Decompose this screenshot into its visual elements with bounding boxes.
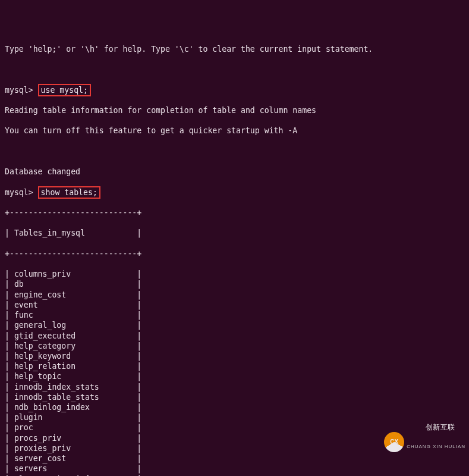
table-border-mid: +---------------------------+ <box>5 249 464 259</box>
resp-1a: Reading table information for completion… <box>5 105 464 115</box>
prompt-line-2: mysql> show tables; <box>5 187 464 198</box>
resp-1c: Database changed <box>5 167 464 177</box>
blank-line-2 <box>5 146 464 156</box>
intro-line: Type 'help;' or '\h' for help. Type '\c'… <box>5 44 464 54</box>
highlight-cmd-1: use mysql; <box>38 84 91 96</box>
mysql-prompt: mysql> <box>5 86 33 95</box>
highlight-cmd-2: show tables; <box>38 186 100 199</box>
table-border-top: +---------------------------+ <box>5 208 464 218</box>
mysql-prompt: mysql> <box>5 188 33 197</box>
prompt-line-1: mysql> use mysql; <box>5 85 464 95</box>
resp-1b: You can turn off this feature to get a q… <box>5 126 464 136</box>
blank-line-1 <box>5 64 464 74</box>
table-body: | columns_priv | | db | | engine_cost | … <box>5 269 464 476</box>
table-header: | Tables_in_mysql | <box>5 228 464 238</box>
